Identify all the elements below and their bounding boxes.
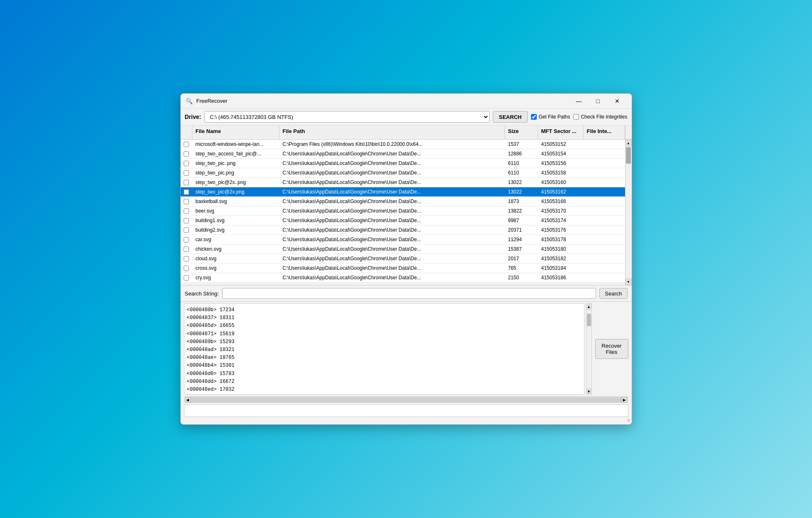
- table-row[interactable]: cry.svg C:\Users\lukas\AppData\Local\Goo…: [181, 273, 625, 283]
- table-row[interactable]: beer.svg C:\Users\lukas\AppData\Local\Go…: [181, 206, 625, 216]
- row-checkbox-cell: [181, 188, 192, 196]
- row-filename: building2.svg: [192, 225, 279, 235]
- row-mft: 415053154: [538, 149, 584, 158]
- row-integrity: [584, 200, 625, 203]
- search-button[interactable]: SEARCH: [493, 111, 528, 123]
- table-row[interactable]: cloud.svg C:\Users\lukas\AppData\Local\G…: [181, 254, 625, 264]
- row-filename: cross.svg: [192, 264, 279, 273]
- recover-files-button[interactable]: RecoverFiles: [595, 339, 628, 359]
- table-row[interactable]: step_two_pic..png C:\Users\lukas\AppData…: [181, 159, 625, 168]
- row-checkbox-cell: [181, 216, 192, 225]
- th-size[interactable]: Size: [505, 126, 538, 139]
- scroll-thumb[interactable]: [626, 147, 631, 164]
- hex-scroll-down[interactable]: ▼: [587, 388, 591, 394]
- row-mft: 415053162: [538, 187, 584, 196]
- row-checkbox-cell: [181, 207, 192, 215]
- row-checkbox[interactable]: [184, 218, 189, 223]
- resize-dots: ⠿: [627, 419, 630, 424]
- bottom-panel: Search String: Search <0000480b> 17234<0…: [181, 286, 632, 424]
- get-file-paths-checkbox[interactable]: [531, 114, 537, 120]
- row-checkbox[interactable]: [184, 170, 189, 176]
- table-row[interactable]: step_two_pic@2x.png C:\Users\lukas\AppDa…: [181, 187, 625, 197]
- row-filepath: C:\Users\lukas\AppData\Local\Google\Chro…: [279, 178, 505, 187]
- row-checkbox[interactable]: [184, 151, 189, 157]
- search-bar: Search String: Search: [181, 286, 632, 302]
- row-checkbox-cell: [181, 169, 192, 177]
- search-input[interactable]: [222, 288, 596, 299]
- scroll-left-button[interactable]: ◀: [185, 397, 191, 403]
- close-button[interactable]: ✕: [608, 94, 627, 108]
- row-filepath: C:\Users\lukas\AppData\Local\Google\Chro…: [279, 254, 505, 263]
- row-filepath: C:\Users\lukas\AppData\Local\Google\Chro…: [279, 149, 505, 158]
- row-checkbox[interactable]: [184, 142, 189, 147]
- table-scrollbar[interactable]: ▲ ▼: [625, 140, 632, 285]
- row-checkbox[interactable]: [184, 208, 189, 214]
- get-file-paths-label[interactable]: Get File Paths: [531, 114, 570, 120]
- row-mft: 415053170: [538, 206, 584, 215]
- table-row[interactable]: step_two_pic@2x..png C:\Users\lukas\AppD…: [181, 178, 625, 187]
- maximize-button[interactable]: □: [589, 94, 608, 108]
- row-size: 13022: [505, 178, 538, 187]
- row-checkbox-cell: [181, 226, 192, 235]
- scrollbar-header-spacer: [625, 126, 632, 140]
- scroll-down-button[interactable]: ▼: [625, 278, 632, 285]
- table-row[interactable]: step_two_pic.png C:\Users\lukas\AppData\…: [181, 168, 625, 178]
- check-file-integrities-label[interactable]: Check File Integrities: [573, 114, 627, 120]
- hex-line: <000048b4> 15301: [187, 362, 582, 370]
- row-checkbox[interactable]: [184, 180, 189, 185]
- th-checkbox[interactable]: [181, 126, 192, 139]
- row-checkbox[interactable]: [184, 237, 189, 242]
- check-file-integrities-checkbox[interactable]: [573, 114, 579, 120]
- row-checkbox-cell: [181, 245, 192, 254]
- minimize-button[interactable]: —: [570, 94, 589, 108]
- row-filename: car.svg: [192, 235, 279, 244]
- scroll-up-button[interactable]: ▲: [625, 140, 632, 146]
- resize-handle[interactable]: ⠿: [181, 419, 632, 424]
- row-checkbox[interactable]: [184, 275, 189, 281]
- row-filename: cry.svg: [192, 273, 279, 282]
- hex-scroll-up[interactable]: ▲: [587, 304, 591, 310]
- row-checkbox[interactable]: [184, 161, 189, 166]
- table-body[interactable]: microsoft-windows-winpe-lan... C:\Progra…: [181, 140, 625, 285]
- row-checkbox-cell: [181, 264, 192, 273]
- row-checkbox[interactable]: [184, 256, 189, 261]
- table-row[interactable]: car.svg C:\Users\lukas\AppData\Local\Goo…: [181, 235, 625, 244]
- th-filename[interactable]: File Name: [192, 126, 279, 139]
- row-checkbox[interactable]: [184, 228, 189, 233]
- drive-select[interactable]: C:\ (465.745113372803 GB NTFS): [204, 111, 489, 123]
- row-checkbox[interactable]: [184, 189, 189, 195]
- row-mft: 415053182: [538, 254, 584, 263]
- row-size: 6110: [505, 159, 538, 168]
- preview-area: [184, 404, 628, 417]
- row-integrity: [584, 209, 625, 213]
- row-size: 12886: [505, 149, 538, 158]
- table-row[interactable]: microsoft-windows-winpe-lan... C:\Progra…: [181, 140, 625, 149]
- lower-area: <0000480b> 17234<00004837> 18311<0000485…: [181, 302, 632, 396]
- row-checkbox[interactable]: [184, 247, 189, 252]
- hex-display: <0000480b> 17234<00004837> 18311<0000485…: [184, 303, 584, 395]
- th-filepath[interactable]: File Path: [279, 126, 505, 139]
- row-size: 1537: [505, 140, 538, 149]
- search-go-button[interactable]: Search: [599, 288, 627, 299]
- row-checkbox[interactable]: [184, 199, 189, 204]
- row-filepath: C:\Program Files (x86)\Windows Kits\10\b…: [279, 140, 505, 149]
- row-checkbox[interactable]: [184, 266, 189, 271]
- scroll-right-button[interactable]: ▶: [622, 397, 628, 403]
- hex-scrollbar[interactable]: ▲ ▼: [586, 303, 592, 395]
- hex-line: <000048ad> 18321: [187, 346, 582, 354]
- hex-scroll-thumb[interactable]: [587, 314, 591, 326]
- table-row[interactable]: building2.svg C:\Users\lukas\AppData\Loc…: [181, 225, 625, 235]
- table-row[interactable]: basketball.svg C:\Users\lukas\AppData\Lo…: [181, 197, 625, 206]
- table-row[interactable]: cross.svg C:\Users\lukas\AppData\Local\G…: [181, 264, 625, 273]
- search-string-label: Search String:: [185, 290, 219, 297]
- hex-line: <00004837> 18311: [187, 314, 582, 322]
- scroll-track: [191, 397, 622, 403]
- row-filename: cloud.svg: [192, 254, 279, 263]
- th-integrity[interactable]: File Inte...: [584, 126, 625, 139]
- table-row[interactable]: chicken.svg C:\Users\lukas\AppData\Local…: [181, 244, 625, 254]
- table-row[interactable]: building1.svg C:\Users\lukas\AppData\Loc…: [181, 216, 625, 225]
- row-integrity: [584, 162, 625, 165]
- th-mft[interactable]: MFT Sector ...: [538, 126, 584, 139]
- table-row[interactable]: step_two_access_fail_pic@... C:\Users\lu…: [181, 149, 625, 159]
- bottom-scrollbar[interactable]: ◀ ▶: [184, 396, 628, 403]
